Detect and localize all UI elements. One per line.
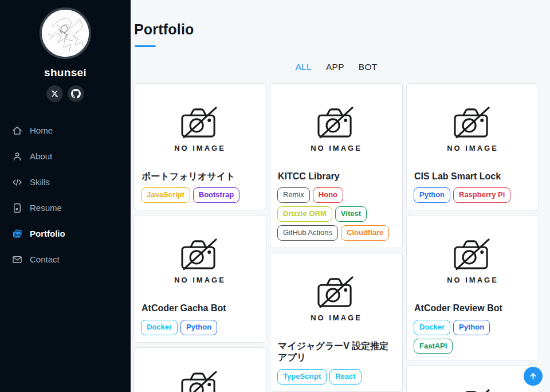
project-tags: JavaScriptBootstrap (141, 187, 259, 203)
filter-tabs: ALLAPPBOT (133, 62, 539, 72)
grid-column: NO IMAGE CIS Lab Smart Lock PythonRaspbe… (406, 83, 539, 392)
tab-bot[interactable]: BOT (359, 62, 378, 72)
no-image-placeholder: NO IMAGE (277, 91, 395, 166)
project-title: ポートフォリオサイト (142, 171, 259, 182)
sidebar-item-portfolio[interactable]: Portfolio (12, 221, 131, 246)
person-icon (12, 151, 22, 162)
no-image-label: NO IMAGE (174, 276, 226, 284)
sidebar-item-label: Home (30, 126, 53, 135)
tech-tag: Python (180, 320, 217, 335)
camera-off-icon (179, 236, 221, 272)
tech-tag: Docker (141, 320, 178, 335)
tech-tag: FastAPI (414, 339, 453, 354)
no-image-label: NO IMAGE (447, 144, 498, 152)
grid-column: NO IMAGE KITCC Library RemixHonoDrizzle … (270, 83, 403, 392)
project-tags: TypeScriptReact (277, 369, 395, 385)
project-tags: DockerPython (141, 320, 259, 335)
x-twitter-button[interactable] (46, 85, 63, 102)
up-arrow-icon (529, 372, 537, 381)
project-title: AtCoder Review Bot (414, 303, 532, 314)
github-button[interactable] (68, 85, 84, 102)
scroll-top-button[interactable] (524, 367, 543, 386)
project-card[interactable]: NO IMAGE CIS Lab Smart Lock PythonRaspbe… (406, 83, 539, 210)
camera-off-icon (451, 236, 494, 272)
project-title: AtCoder Gacha Bot (142, 303, 259, 314)
no-image-label: NO IMAGE (311, 313, 362, 322)
no-image-placeholder: NO IMAGE (141, 91, 259, 166)
no-image-label: NO IMAGE (174, 144, 226, 152)
sidebar-nav: Home About Skills Resume Portfolio Conta… (0, 117, 131, 272)
project-card[interactable]: NO IMAGE ポートフォリオサイト JavaScriptBootstrap (133, 83, 266, 210)
avatar (40, 7, 91, 59)
no-image-placeholder: NO IMAGE (414, 222, 532, 298)
tech-tag: Hono (313, 187, 343, 203)
no-image-placeholder: NO IMAGE (141, 355, 259, 392)
no-image-placeholder: NO IMAGE (141, 222, 259, 298)
tech-tag: GitHub Actions (277, 225, 338, 241)
sidebar-item-label: Skills (30, 177, 50, 187)
project-title: CIS Lab Smart Lock (414, 171, 532, 182)
sidebar-item-skills[interactable]: Skills (12, 169, 131, 195)
x-icon (51, 90, 58, 97)
no-image-placeholder: NO IMAGE (414, 373, 532, 392)
camera-off-icon (315, 274, 358, 309)
social-links (46, 85, 84, 102)
camera-off-icon (315, 104, 358, 140)
project-card[interactable]: NO IMAGE (406, 366, 539, 392)
page-title: Portfolio (134, 21, 539, 38)
no-image-placeholder: NO IMAGE (277, 260, 395, 336)
profile-name: shunsei (44, 66, 87, 79)
sidebar-item-about[interactable]: About (12, 143, 131, 169)
document-icon (12, 203, 22, 213)
tech-tag: TypeScript (277, 369, 327, 385)
camera-off-icon (451, 387, 494, 392)
tech-tag: Vitest (335, 206, 367, 222)
no-image-placeholder: NO IMAGE (414, 91, 532, 166)
camera-off-icon (179, 369, 221, 392)
no-image-label: NO IMAGE (447, 276, 498, 284)
code-icon (12, 177, 22, 187)
project-tags: RemixHonoDrizzle ORMVitestGitHub Actions… (277, 187, 395, 241)
image-icon (12, 229, 22, 239)
project-tags: PythonRaspberry Pi (414, 187, 532, 203)
home-icon (12, 126, 22, 136)
tech-tag: Docker (414, 320, 450, 335)
tech-tag: Remix (277, 187, 310, 203)
project-title: マイジャグラーV 設定推定アプリ (278, 340, 395, 364)
main-content: Portfolio ALLAPPBOT NO IMAGE ポートフォリオサイト … (131, 0, 550, 392)
tech-tag: JavaScript (141, 187, 190, 203)
tech-tag: Python (414, 187, 450, 203)
github-icon (71, 89, 81, 99)
project-card[interactable]: NO IMAGE マイジャグラーV 設定推定アプリ TypeScriptReac… (270, 253, 403, 392)
title-underline (135, 45, 156, 47)
sidebar: shunsei Home About Skills Resume Portfol… (0, 0, 131, 392)
grid-column: NO IMAGE ポートフォリオサイト JavaScriptBootstrap … (133, 83, 266, 392)
mail-icon (12, 254, 22, 265)
camera-off-icon (451, 104, 494, 140)
sidebar-item-contact[interactable]: Contact (12, 246, 131, 272)
avatar-sketch-image (42, 10, 89, 57)
sidebar-item-label: Portfolio (30, 229, 65, 238)
sidebar-item-resume[interactable]: Resume (12, 195, 131, 221)
tech-tag: Drizzle ORM (277, 206, 332, 222)
project-card[interactable]: NO IMAGE KITCC Library RemixHonoDrizzle … (270, 83, 403, 248)
sidebar-item-home[interactable]: Home (12, 117, 131, 143)
tech-tag: Raspberry Pi (453, 187, 510, 203)
tab-app[interactable]: APP (326, 62, 344, 72)
sidebar-item-label: About (30, 151, 52, 161)
project-title: KITCC Library (278, 171, 395, 182)
tech-tag: Python (453, 320, 490, 335)
tech-tag: Bootstrap (193, 187, 239, 203)
project-card[interactable]: NO IMAGE (133, 347, 266, 392)
project-card[interactable]: NO IMAGE AtCoder Review Bot DockerPython… (406, 215, 539, 361)
no-image-label: NO IMAGE (311, 144, 362, 152)
sidebar-item-label: Contact (30, 254, 60, 264)
sidebar-item-label: Resume (30, 203, 62, 213)
tech-tag: React (329, 369, 361, 385)
tech-tag: Cloudflare (341, 225, 389, 241)
portfolio-grid: NO IMAGE ポートフォリオサイト JavaScriptBootstrap … (133, 83, 539, 392)
camera-off-icon (179, 104, 221, 140)
project-tags: DockerPythonFastAPI (414, 320, 532, 354)
tab-all[interactable]: ALL (295, 62, 311, 72)
project-card[interactable]: NO IMAGE AtCoder Gacha Bot DockerPython (133, 215, 266, 342)
